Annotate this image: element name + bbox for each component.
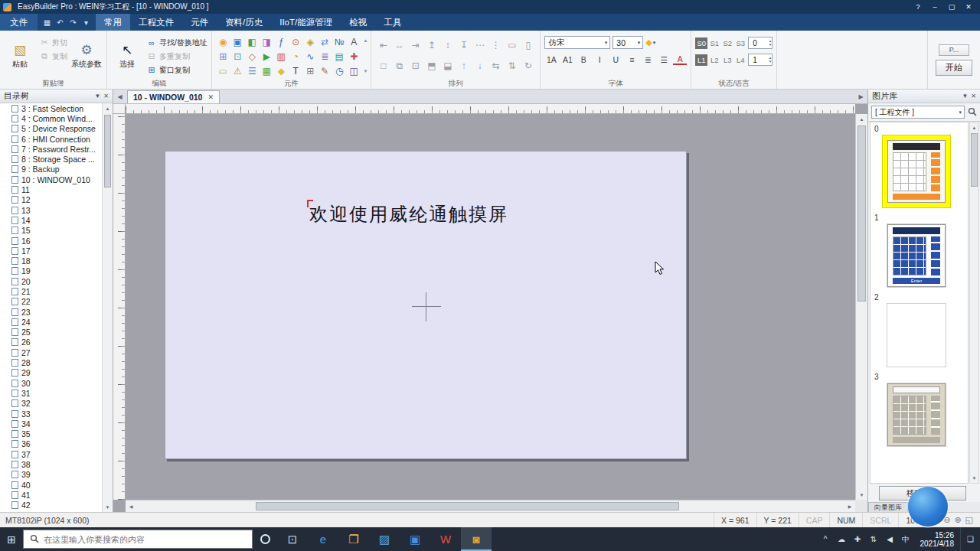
tree-item[interactable]: 8 : Storage Space ... bbox=[0, 154, 102, 164]
font-family-select[interactable]: 仿宋 ▾ bbox=[544, 36, 610, 49]
event-display-icon[interactable]: ☰ bbox=[245, 64, 260, 78]
system-parameters-button[interactable]: ⚙ 系统参数 bbox=[70, 33, 103, 79]
tree-item[interactable]: 13 bbox=[0, 205, 102, 215]
numeric-object-icon[interactable]: № bbox=[332, 34, 347, 49]
thumbnail-image-2[interactable] bbox=[887, 303, 946, 367]
tree-item[interactable]: 20 bbox=[0, 276, 102, 286]
easybuilder-icon[interactable]: ◙ bbox=[461, 527, 492, 551]
tree-scrollbar[interactable]: ▲ ▼ bbox=[102, 103, 113, 512]
underline-icon[interactable]: U bbox=[609, 53, 622, 66]
bar-graph-icon[interactable]: ▥ bbox=[274, 49, 289, 64]
flip-vertical-icon[interactable]: ⇅ bbox=[504, 55, 520, 76]
menu-tab[interactable]: 常用 bbox=[96, 14, 130, 31]
tree-item[interactable]: 18 bbox=[0, 256, 102, 266]
tree-item[interactable]: 42 bbox=[0, 500, 102, 510]
minimize-button[interactable]: – bbox=[926, 2, 943, 13]
menu-tab[interactable]: 元件 bbox=[182, 14, 217, 31]
alarm-bar-icon[interactable]: ▭ bbox=[216, 64, 230, 78]
library-search-icon[interactable] bbox=[968, 106, 977, 119]
font-color-icon[interactable]: A bbox=[673, 54, 687, 65]
function-key-icon[interactable]: ƒ bbox=[274, 34, 289, 49]
menu-tab[interactable]: 资料/历史 bbox=[217, 14, 271, 31]
font-effects-button[interactable]: ◆ ▾ bbox=[645, 37, 655, 47]
customize-quick-access-icon[interactable]: ▾ bbox=[80, 18, 92, 27]
tree-item[interactable]: 10 : WINDOW_010 bbox=[0, 174, 102, 184]
image-library-list[interactable]: 0 1 Enter bbox=[870, 122, 969, 484]
library-scrollbar[interactable]: ▲ ▼ bbox=[969, 122, 979, 484]
flip-horizontal-icon[interactable]: ⇆ bbox=[488, 55, 504, 76]
tree-item[interactable]: 32 bbox=[0, 399, 102, 409]
component-scroll-up-icon[interactable]: ▴ bbox=[364, 37, 368, 44]
set-word-icon[interactable]: ◨ bbox=[260, 34, 274, 49]
tree-item[interactable]: 16 bbox=[0, 236, 102, 246]
rotate-icon[interactable]: ↻ bbox=[520, 55, 536, 76]
tree-item[interactable]: 38 bbox=[0, 459, 102, 469]
thumbnail-image-0[interactable] bbox=[882, 135, 951, 208]
font-state-all-icon[interactable]: A1 bbox=[560, 53, 574, 66]
scrollbar-thumb[interactable] bbox=[256, 502, 679, 510]
tree-item[interactable]: 35 bbox=[0, 429, 102, 439]
tree-item[interactable]: 26 bbox=[0, 337, 102, 347]
bit-lamp-icon[interactable]: ◉ bbox=[216, 34, 230, 49]
make-same-height-icon[interactable]: ▯ bbox=[520, 34, 536, 55]
start-button[interactable]: ⊞ bbox=[0, 527, 23, 551]
component-scroll-down-icon[interactable]: ▾ bbox=[364, 68, 368, 74]
state-cell[interactable]: S0 bbox=[695, 37, 707, 49]
copy-button[interactable]: ⧉ 复制 bbox=[39, 51, 67, 62]
tree-item[interactable]: 27 bbox=[0, 347, 102, 357]
font-size-select[interactable]: 30 ▾ bbox=[612, 36, 643, 49]
panel-dropdown-icon[interactable]: ▼ bbox=[94, 93, 100, 99]
tree-item[interactable]: 21 bbox=[0, 286, 102, 296]
data-block-icon[interactable]: ▤ bbox=[332, 49, 347, 64]
align-center-horizontal-icon[interactable]: ↔ bbox=[391, 34, 407, 55]
tree-item[interactable]: 22 bbox=[0, 297, 102, 307]
align-right-icon[interactable]: ⇥ bbox=[407, 34, 423, 55]
scroll-up-icon[interactable]: ▲ bbox=[970, 122, 978, 132]
scroll-up-icon[interactable]: ▲ bbox=[103, 103, 113, 113]
scroll-down-icon[interactable]: ▼ bbox=[970, 473, 978, 483]
layer-down-icon[interactable]: ↓ bbox=[472, 55, 488, 76]
tree-item[interactable]: 19 bbox=[0, 266, 102, 276]
tree-item[interactable]: 41 bbox=[0, 490, 102, 500]
align-bottom-icon[interactable]: ↧ bbox=[456, 34, 472, 55]
tree-item[interactable]: 12 bbox=[0, 195, 102, 205]
send-to-back-icon[interactable]: ⬓ bbox=[439, 55, 456, 76]
hidden-icons-chevron-icon[interactable]: ^ bbox=[818, 535, 834, 543]
library-tab[interactable]: 向量图库 bbox=[868, 502, 908, 512]
ascii-object-icon[interactable]: A bbox=[347, 34, 361, 49]
layer-up-icon[interactable]: ↑ bbox=[456, 55, 472, 76]
set-bit-icon[interactable]: ◧ bbox=[245, 34, 260, 49]
bring-to-front-icon[interactable]: ⬒ bbox=[423, 55, 439, 76]
trend-display-icon[interactable]: ∿ bbox=[303, 49, 318, 64]
thumbnail-image-1[interactable]: Enter bbox=[887, 223, 946, 288]
edge-icon[interactable]: e bbox=[308, 527, 338, 551]
menu-tab[interactable]: IIoT/能源管理 bbox=[271, 14, 341, 31]
align-middle-icon[interactable]: ↕ bbox=[439, 34, 456, 55]
tree-item[interactable]: 6 : HMI Connection bbox=[0, 134, 102, 144]
volume-icon[interactable]: ◀ bbox=[882, 535, 898, 543]
align-text-left-icon[interactable]: ≡ bbox=[625, 53, 639, 66]
vertical-scrollbar[interactable]: ▲ ▼ bbox=[855, 114, 867, 500]
scroll-down-icon[interactable]: ▼ bbox=[856, 490, 867, 500]
hmi-window-canvas[interactable]: 欢迎使用威纶通触摸屏 bbox=[165, 151, 687, 459]
hmi-text-object[interactable]: 欢迎使用威纶通触摸屏 bbox=[309, 202, 508, 227]
align-text-center-icon[interactable]: ≣ bbox=[641, 53, 655, 66]
timer-icon[interactable]: ◷ bbox=[332, 64, 347, 78]
scroll-down-icon[interactable]: ▼ bbox=[103, 502, 113, 512]
library-source-select[interactable]: [ 工程文件 ] ▾ bbox=[871, 106, 965, 119]
menu-tab[interactable]: 工具 bbox=[375, 14, 410, 31]
save-icon[interactable]: ▦ bbox=[41, 18, 53, 27]
tree-item[interactable]: 28 bbox=[0, 357, 102, 367]
xy-plot-icon[interactable]: ✚ bbox=[347, 49, 361, 64]
italic-icon[interactable]: I bbox=[593, 53, 606, 66]
tree-item[interactable]: 14 bbox=[0, 215, 102, 225]
shape-object-icon[interactable]: ◆ bbox=[274, 64, 289, 78]
tree-item[interactable]: 17 bbox=[0, 246, 102, 256]
horizontal-scrollbar[interactable]: ◀ ▶ bbox=[126, 500, 855, 512]
input-method-icon[interactable]: 中 bbox=[898, 534, 914, 545]
tree-item[interactable]: 5 : Device Response bbox=[0, 124, 102, 134]
tree-item[interactable]: 3 : Fast Selection bbox=[0, 103, 102, 113]
table-object-icon[interactable]: ⊞ bbox=[303, 64, 318, 78]
tree-item[interactable]: 9 : Backup bbox=[0, 165, 102, 174]
select-tool-button[interactable]: ↖ 选择 bbox=[111, 33, 143, 79]
